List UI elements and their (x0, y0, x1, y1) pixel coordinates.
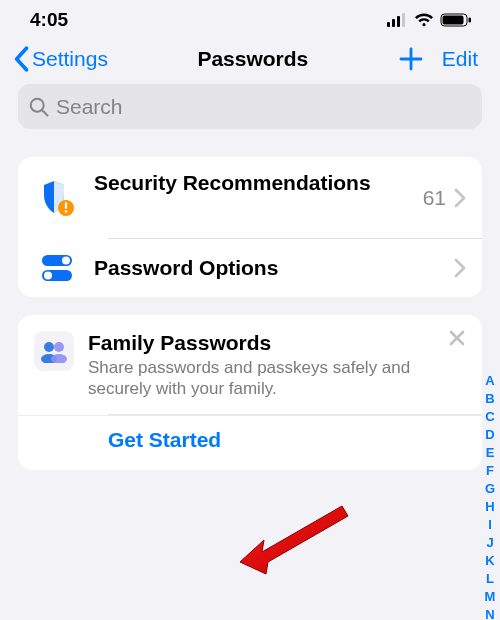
get-started-button[interactable]: Get Started (18, 415, 482, 470)
options-tail (454, 258, 466, 278)
settings-group: Security Recommendations 61 Password Opt… (18, 157, 482, 297)
svg-rect-6 (469, 18, 472, 23)
index-letter[interactable]: F (482, 462, 498, 479)
index-letter[interactable]: B (482, 390, 498, 407)
status-bar: 4:05 (0, 0, 500, 40)
options-title: Password Options (94, 256, 454, 280)
index-letter[interactable]: A (482, 372, 498, 389)
nav-bar: Settings Passwords Edit (0, 40, 500, 76)
index-letter[interactable]: K (482, 552, 498, 569)
svg-line-8 (43, 110, 48, 115)
chevron-right-icon (454, 258, 466, 278)
svg-rect-3 (402, 13, 405, 27)
section-index[interactable]: A B C D E F G H I J K L M N (482, 372, 498, 620)
status-indicators (387, 13, 472, 27)
page-title: Passwords (197, 47, 308, 71)
index-letter[interactable]: I (482, 516, 498, 533)
cellular-icon (387, 13, 408, 27)
family-body: Family Passwords Share passwords and pas… (88, 331, 466, 400)
security-tail: 61 (423, 186, 466, 210)
shield-warning-icon (34, 179, 80, 217)
back-label: Settings (32, 47, 108, 71)
index-letter[interactable]: J (482, 534, 498, 551)
index-letter[interactable]: N (482, 606, 498, 620)
security-body: Security Recommendations (94, 171, 423, 225)
security-recommendations-row[interactable]: Security Recommendations 61 (18, 157, 482, 239)
nav-actions: Edit (398, 46, 478, 72)
svg-point-7 (31, 98, 44, 111)
svg-rect-1 (392, 19, 395, 27)
svg-point-12 (62, 257, 70, 265)
index-letter[interactable]: H (482, 498, 498, 515)
index-letter[interactable]: G (482, 480, 498, 497)
index-letter[interactable]: D (482, 426, 498, 443)
svg-point-10 (65, 210, 68, 213)
redacted-text (94, 199, 394, 225)
family-passwords-card: Family Passwords Share passwords and pas… (18, 315, 482, 470)
index-letter[interactable]: E (482, 444, 498, 461)
svg-rect-2 (397, 16, 400, 27)
svg-rect-5 (443, 16, 464, 25)
chevron-left-icon (12, 46, 30, 72)
password-options-row[interactable]: Password Options (18, 239, 482, 297)
search-icon (28, 96, 50, 118)
family-icon (34, 331, 74, 371)
back-button[interactable]: Settings (12, 46, 108, 72)
search-field[interactable] (18, 84, 482, 129)
index-letter[interactable]: C (482, 408, 498, 425)
chevron-right-icon (454, 188, 466, 208)
svg-point-14 (44, 272, 52, 280)
svg-point-17 (54, 342, 64, 352)
index-letter[interactable]: M (482, 588, 498, 605)
search-input[interactable] (54, 94, 472, 120)
svg-rect-0 (387, 22, 390, 27)
toggles-icon (34, 253, 80, 283)
security-title: Security Recommendations (94, 171, 423, 195)
svg-point-15 (44, 342, 54, 352)
close-button[interactable] (448, 329, 466, 347)
options-body: Password Options (94, 256, 454, 280)
annotation-arrow (240, 502, 350, 582)
add-button[interactable] (398, 46, 424, 72)
edit-button[interactable]: Edit (442, 47, 478, 71)
wifi-icon (414, 13, 434, 27)
svg-marker-19 (240, 506, 348, 574)
family-subtitle: Share passwords and passkeys safely and … (88, 357, 466, 400)
family-title: Family Passwords (88, 331, 466, 355)
battery-icon (440, 13, 472, 27)
security-count: 61 (423, 186, 446, 210)
family-row: Family Passwords Share passwords and pas… (18, 315, 482, 414)
index-letter[interactable]: L (482, 570, 498, 587)
status-time: 4:05 (30, 9, 68, 31)
